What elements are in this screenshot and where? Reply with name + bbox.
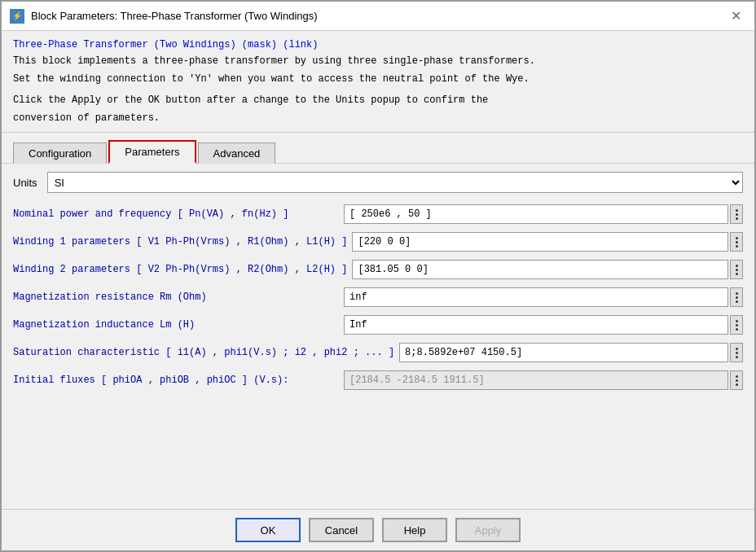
nominal-power-input[interactable] bbox=[344, 204, 728, 224]
nominal-power-menu-btn[interactable] bbox=[730, 204, 743, 224]
nominal-power-label: Nominal power and frequency [ Pn(VA) , f… bbox=[13, 208, 339, 220]
lm-menu-btn[interactable] bbox=[730, 315, 743, 335]
winding1-menu-btn[interactable] bbox=[730, 232, 743, 252]
dot2 bbox=[736, 269, 738, 271]
title-bar-left: ⚡ Block Parameters: Three-Phase Transfor… bbox=[10, 9, 318, 24]
field-row-winding2: Winding 2 parameters [ V2 Ph-Ph(Vrms) , … bbox=[13, 260, 743, 279]
winding2-input[interactable] bbox=[352, 260, 728, 279]
rm-input[interactable] bbox=[344, 287, 728, 307]
dot3 bbox=[736, 328, 738, 331]
rm-input-wrap bbox=[344, 287, 743, 307]
saturation-input[interactable] bbox=[399, 343, 728, 362]
winding1-input-wrap bbox=[352, 232, 743, 252]
initial-fluxes-menu-btn[interactable] bbox=[730, 370, 743, 390]
dot1 bbox=[736, 320, 738, 322]
bottom-bar: OK Cancel Help Apply bbox=[2, 509, 754, 550]
lm-input-wrap bbox=[344, 315, 743, 335]
winding1-label: Winding 1 parameters [ V1 Ph-Ph(Vrms) , … bbox=[13, 236, 347, 248]
dot2 bbox=[736, 213, 738, 216]
initial-fluxes-input[interactable] bbox=[344, 370, 728, 390]
saturation-input-wrap bbox=[399, 343, 743, 362]
field-row-lm: Magnetization inductance Lm (H) bbox=[13, 315, 743, 335]
main-window: ⚡ Block Parameters: Three-Phase Transfor… bbox=[0, 0, 756, 552]
units-row: Units SI pu bbox=[13, 172, 743, 193]
help-button[interactable]: Help bbox=[382, 518, 447, 542]
description-line3: Click the Apply or the OK button after a… bbox=[13, 93, 743, 107]
nominal-power-input-wrap bbox=[344, 204, 743, 224]
dot1 bbox=[736, 292, 738, 295]
description-link[interactable]: Three-Phase Transformer (Two Windings) (… bbox=[13, 39, 743, 50]
dot2 bbox=[736, 241, 738, 243]
units-select[interactable]: SI pu bbox=[47, 172, 743, 193]
window-title: Block Parameters: Three-Phase Transforme… bbox=[31, 10, 318, 22]
description-line2: Set the winding connection to 'Yn' when … bbox=[13, 72, 743, 86]
window-icon: ⚡ bbox=[10, 9, 24, 24]
dot2 bbox=[736, 296, 738, 299]
winding2-label: Winding 2 parameters [ V2 Ph-Ph(Vrms) , … bbox=[13, 264, 347, 275]
winding2-input-wrap bbox=[352, 260, 743, 279]
dot2 bbox=[736, 352, 738, 354]
initial-fluxes-input-wrap bbox=[344, 370, 743, 390]
tab-parameters[interactable]: Parameters bbox=[108, 140, 196, 164]
dot3 bbox=[736, 245, 738, 248]
tab-advanced[interactable]: Advanced bbox=[198, 142, 276, 164]
description-area: Three-Phase Transformer (Two Windings) (… bbox=[2, 31, 754, 133]
lm-label: Magnetization inductance Lm (H) bbox=[13, 319, 339, 331]
field-row-saturation: Saturation characteristic [ i1(A) , phi1… bbox=[13, 343, 743, 362]
field-row-initial-fluxes: Initial fluxes [ phiOA , phiOB , phiOC ]… bbox=[13, 370, 743, 390]
dot2 bbox=[736, 324, 738, 326]
winding2-menu-btn[interactable] bbox=[730, 260, 743, 279]
dot1 bbox=[736, 375, 738, 378]
apply-button[interactable]: Apply bbox=[455, 518, 521, 542]
dot3 bbox=[736, 217, 738, 220]
saturation-menu-btn[interactable] bbox=[730, 343, 743, 362]
dot2 bbox=[736, 379, 738, 382]
dot1 bbox=[736, 209, 738, 212]
field-row-winding1: Winding 1 parameters [ V1 Ph-Ph(Vrms) , … bbox=[13, 232, 743, 252]
dot1 bbox=[736, 265, 738, 267]
dot3 bbox=[736, 383, 738, 386]
field-row-nominal: Nominal power and frequency [ Pn(VA) , f… bbox=[13, 204, 743, 224]
dot1 bbox=[736, 348, 738, 350]
title-bar: ⚡ Block Parameters: Three-Phase Transfor… bbox=[2, 2, 754, 31]
dot3 bbox=[736, 273, 738, 275]
dot1 bbox=[736, 237, 738, 239]
ok-button[interactable]: OK bbox=[235, 518, 301, 542]
field-row-rm: Magnetization resistance Rm (Ohm) bbox=[13, 287, 743, 307]
winding1-input[interactable] bbox=[352, 232, 728, 252]
initial-fluxes-label: Initial fluxes [ phiOA , phiOB , phiOC ]… bbox=[13, 375, 339, 386]
content-area: Units SI pu Nominal power and frequency … bbox=[2, 164, 754, 509]
cancel-button[interactable]: Cancel bbox=[309, 518, 374, 542]
tab-configuration[interactable]: Configuration bbox=[13, 142, 107, 164]
tabs-area: Configuration Parameters Advanced bbox=[2, 133, 754, 164]
rm-menu-btn[interactable] bbox=[730, 287, 743, 307]
description-line1: This block implements a three-phase tran… bbox=[13, 54, 743, 68]
saturation-label: Saturation characteristic [ i1(A) , phi1… bbox=[13, 347, 394, 358]
rm-label: Magnetization resistance Rm (Ohm) bbox=[13, 291, 339, 303]
description-line4: conversion of parameters. bbox=[13, 111, 743, 125]
lm-input[interactable] bbox=[344, 315, 728, 335]
close-button[interactable]: ✕ bbox=[726, 7, 746, 25]
units-label: Units bbox=[13, 177, 37, 189]
dot3 bbox=[736, 356, 738, 358]
dot3 bbox=[736, 300, 738, 303]
